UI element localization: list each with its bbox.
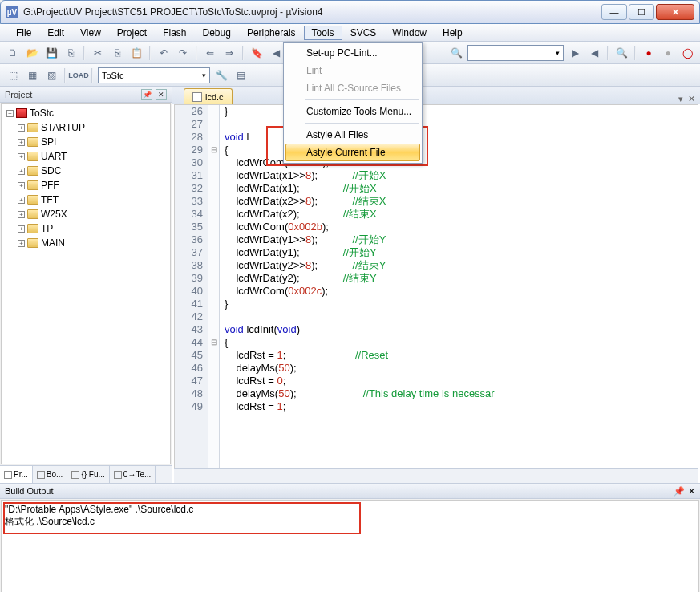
- debug-icon[interactable]: 🔍: [613, 45, 629, 61]
- maximize-button[interactable]: ☐: [629, 4, 654, 20]
- undo-icon[interactable]: ↶: [156, 45, 172, 61]
- tree-folder-tp[interactable]: +TP: [3, 221, 168, 236]
- menu-tools[interactable]: Tools: [304, 26, 342, 40]
- new-file-icon[interactable]: 🗋: [5, 45, 21, 61]
- tab-icon: [71, 471, 79, 479]
- project-tab-3[interactable]: 0→Te...: [110, 466, 156, 483]
- search-combo[interactable]: ▾: [467, 45, 564, 61]
- tree-folder-w25x[interactable]: +W25X: [3, 207, 168, 221]
- expand-icon[interactable]: +: [18, 197, 25, 204]
- menu-file[interactable]: File: [8, 26, 39, 40]
- code-editor[interactable]: 2627282930313233343536373839404142434445…: [174, 104, 698, 468]
- project-tree[interactable]: −ToStc+STARTUP+SPI+UART+SDC+PFF+TFT+W25X…: [1, 103, 171, 464]
- expand-icon[interactable]: +: [18, 153, 25, 160]
- close-button[interactable]: ✕: [656, 4, 694, 20]
- project-panel: Project 📌 ✕ −ToStc+STARTUP+SPI+UART+SDC+…: [0, 87, 172, 483]
- expand-icon[interactable]: +: [18, 225, 25, 233]
- tools-item-customize-tools-menu-[interactable]: Customize Tools Menu...: [285, 103, 420, 120]
- tools-item-astyle-all-files[interactable]: Astyle All Files: [285, 126, 420, 144]
- copy-icon[interactable]: ⎘: [109, 45, 125, 61]
- menu-window[interactable]: Window: [384, 26, 435, 40]
- nav-back-icon[interactable]: ⇐: [202, 45, 218, 61]
- build-output-title: Build Output 📌 ✕: [0, 483, 700, 499]
- find-icon[interactable]: 🔍: [448, 45, 464, 61]
- paste-icon[interactable]: 📋: [128, 45, 144, 61]
- menu-svcs[interactable]: SVCS: [342, 26, 385, 40]
- expand-icon[interactable]: +: [18, 182, 25, 189]
- findnext-icon[interactable]: ▶: [567, 45, 583, 61]
- dropdown-arrow-icon[interactable]: ▾: [678, 94, 683, 104]
- panel-close-icon[interactable]: ✕: [688, 486, 695, 497]
- bookmark-icon[interactable]: 🔖: [249, 45, 265, 61]
- target-options-icon[interactable]: 🔧: [213, 67, 229, 83]
- menu-help[interactable]: Help: [435, 26, 471, 40]
- tab-icon: [37, 471, 45, 479]
- tree-folder-sdc[interactable]: +SDC: [3, 164, 168, 178]
- red-dot-icon[interactable]: ●: [641, 45, 657, 61]
- menu-debug[interactable]: Debug: [195, 26, 239, 40]
- collapse-icon[interactable]: −: [6, 110, 14, 117]
- folder-icon: [27, 166, 38, 176]
- pin-icon[interactable]: 📌: [141, 89, 152, 100]
- window-title: G:\Project\UV Project\STC51 PROJECT\ToSt…: [23, 6, 322, 18]
- folder-icon: [27, 137, 38, 147]
- editor-tab-lcd[interactable]: lcd.c: [184, 88, 233, 104]
- tab-icon: [114, 471, 122, 479]
- folder-icon: [27, 180, 38, 190]
- target-icon: [16, 108, 27, 118]
- tree-folder-spi[interactable]: +SPI: [3, 135, 168, 149]
- manage-icon[interactable]: ▤: [233, 67, 249, 83]
- expand-icon[interactable]: +: [18, 211, 25, 218]
- tree-folder-startup[interactable]: +STARTUP: [3, 120, 168, 135]
- project-tab-1[interactable]: Bo...: [33, 466, 68, 483]
- app-icon: µV: [6, 6, 18, 18]
- save-all-icon[interactable]: ⎘: [63, 45, 79, 61]
- grey-dot-icon[interactable]: ●: [660, 45, 676, 61]
- expand-icon[interactable]: +: [18, 139, 25, 146]
- tools-item-lint: Lint: [285, 62, 420, 79]
- tree-folder-tft[interactable]: +TFT: [3, 193, 168, 207]
- red-ring-icon[interactable]: ◯: [679, 45, 695, 61]
- expand-icon[interactable]: +: [18, 240, 25, 247]
- tab-icon: [4, 471, 12, 479]
- open-file-icon[interactable]: 📂: [24, 45, 40, 61]
- target-select-value: ToStc: [102, 71, 124, 80]
- rebuild-icon[interactable]: ▨: [43, 67, 59, 83]
- panel-close-icon[interactable]: ✕: [156, 89, 167, 100]
- folder-icon: [27, 238, 38, 248]
- target-select[interactable]: ToStc▾: [98, 67, 210, 83]
- menu-flash[interactable]: Flash: [155, 26, 194, 40]
- tree-folder-uart[interactable]: +UART: [3, 149, 168, 164]
- project-tab-0[interactable]: Pr...: [0, 466, 33, 483]
- findprev-icon[interactable]: ◀: [586, 45, 602, 61]
- minimize-button[interactable]: —: [601, 4, 627, 20]
- menubar: FileEditViewProjectFlashDebugPeripherals…: [0, 24, 700, 42]
- redo-icon[interactable]: ↷: [175, 45, 191, 61]
- expand-icon[interactable]: +: [18, 124, 25, 132]
- cut-icon[interactable]: ✂: [90, 45, 106, 61]
- save-icon[interactable]: 💾: [43, 45, 59, 61]
- menu-peripherals[interactable]: Peripherals: [239, 26, 304, 40]
- tree-root-label[interactable]: ToStc: [30, 107, 54, 119]
- folder-icon: [27, 209, 38, 219]
- nav-fwd-icon[interactable]: ⇒: [221, 45, 237, 61]
- translate-icon[interactable]: ⬚: [5, 67, 21, 83]
- menu-view[interactable]: View: [72, 26, 109, 40]
- menu-edit[interactable]: Edit: [39, 26, 72, 40]
- titlebar: µV G:\Project\UV Project\STC51 PROJECT\T…: [0, 0, 700, 24]
- load-icon[interactable]: LOAD: [71, 67, 87, 83]
- menu-project[interactable]: Project: [109, 26, 155, 40]
- project-tab-2[interactable]: {} Fu...: [67, 466, 109, 483]
- build-icon[interactable]: ▦: [24, 67, 40, 83]
- tools-item-astyle-current-file[interactable]: Astyle Current File: [285, 144, 420, 161]
- tree-folder-pff[interactable]: +PFF: [3, 178, 168, 193]
- expand-icon[interactable]: +: [18, 168, 25, 175]
- tab-close-icon[interactable]: ✕: [688, 94, 695, 104]
- tree-folder-main[interactable]: +MAIN: [3, 236, 168, 250]
- editor-area: lcd.c ▾ ✕ 262728293031323334353637383940…: [172, 87, 700, 483]
- pin-icon[interactable]: 📌: [674, 486, 685, 497]
- tools-item-set-up-pc-lint-[interactable]: Set-up PC-Lint...: [285, 44, 420, 62]
- h-scrollbar[interactable]: [174, 468, 698, 483]
- bookmark-prev-icon[interactable]: ◀: [268, 45, 284, 61]
- build-output-body[interactable]: "D:\Protable Apps\AStyle.exe" .\Source\l…: [1, 500, 699, 592]
